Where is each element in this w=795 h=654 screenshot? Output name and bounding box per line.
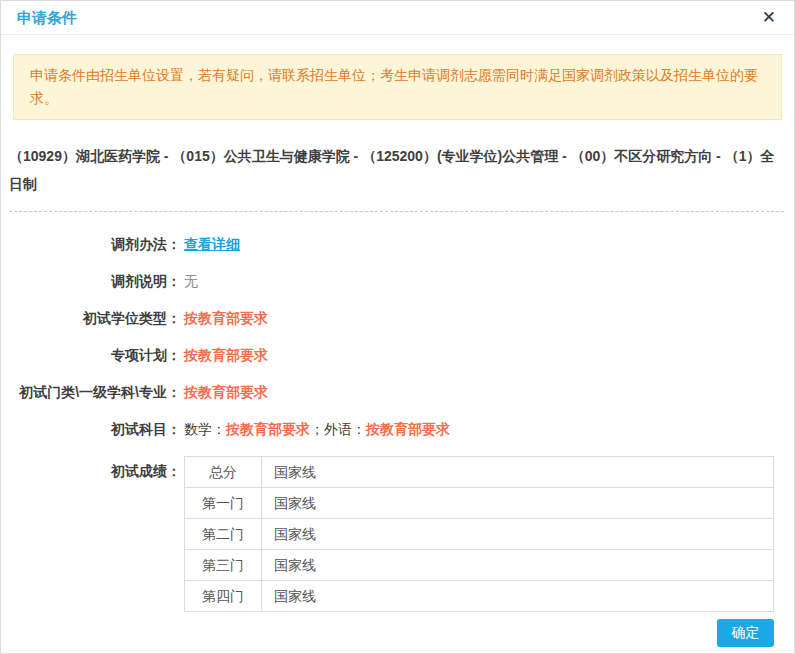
notice-banner: 申请条件由招生单位设置，若有疑问，请联系招生单位；考生申请调剂志愿需同时满足国家… xyxy=(13,54,782,120)
transfer-note-value: 无 xyxy=(181,271,198,291)
math-label: 数学： xyxy=(184,421,226,437)
exam-scores-label: 初试成绩： xyxy=(1,456,181,612)
score-row-name: 第三门 xyxy=(185,550,262,581)
notice-text: 申请条件由招生单位设置，若有疑问，请联系招生单位；考生申请调剂志愿需同时满足国家… xyxy=(30,67,758,106)
special-plan-value: 按教育部要求 xyxy=(181,345,268,365)
transfer-method-label: 调剂办法： xyxy=(1,234,181,254)
score-table: 总分 国家线 第一门 国家线 第二门 国家线 第三门 国家线 第四门 国家线 xyxy=(184,456,774,612)
score-row-value: 国家线 xyxy=(262,488,774,519)
table-row: 第二门 国家线 xyxy=(185,519,774,550)
details-list: 调剂办法： 查看详细 调剂说明： 无 初试学位类型： 按教育部要求 专项计划： … xyxy=(1,234,794,612)
discipline-label: 初试门类\一级学科\专业： xyxy=(1,382,181,402)
score-row-name: 第二门 xyxy=(185,519,262,550)
table-row: 总分 国家线 xyxy=(185,457,774,488)
table-row: 第四门 国家线 xyxy=(185,581,774,612)
score-row-name: 总分 xyxy=(185,457,262,488)
table-row: 第一门 国家线 xyxy=(185,488,774,519)
score-row-value: 国家线 xyxy=(262,457,774,488)
math-value: 按教育部要求 xyxy=(226,421,310,437)
row-discipline: 初试门类\一级学科\专业： 按教育部要求 xyxy=(1,382,794,402)
degree-type-label: 初试学位类型： xyxy=(1,308,181,328)
transfer-note-label: 调剂说明： xyxy=(1,271,181,291)
discipline-value: 按教育部要求 xyxy=(181,382,268,402)
exam-subjects-value: 数学：按教育部要求；外语：按教育部要求 xyxy=(181,419,450,439)
row-degree-type: 初试学位类型： 按教育部要求 xyxy=(1,308,794,328)
modal-title: 申请条件 xyxy=(17,9,77,26)
score-row-name: 第一门 xyxy=(185,488,262,519)
row-exam-subjects: 初试科目： 数学：按教育部要求；外语：按教育部要求 xyxy=(1,419,794,439)
row-special-plan: 专项计划： 按教育部要求 xyxy=(1,345,794,365)
exam-subjects-label: 初试科目： xyxy=(1,419,181,439)
confirm-button[interactable]: 确定 xyxy=(717,619,774,647)
application-conditions-modal: { "modal": { "title": "申请条件", "close_ico… xyxy=(0,0,795,654)
close-icon[interactable]: ✕ xyxy=(762,1,776,34)
modal-header: 申请条件 ✕ xyxy=(1,1,794,35)
score-row-value: 国家线 xyxy=(262,550,774,581)
score-row-name: 第四门 xyxy=(185,581,262,612)
row-transfer-method: 调剂办法： 查看详细 xyxy=(1,234,794,254)
row-transfer-note: 调剂说明： 无 xyxy=(1,271,794,291)
table-row: 第三门 国家线 xyxy=(185,550,774,581)
program-info: （10929）湖北医药学院 - （015）公共卫生与健康学院 - （125200… xyxy=(9,142,784,212)
foreign-value: 按教育部要求 xyxy=(366,421,450,437)
foreign-label: ；外语： xyxy=(310,421,366,437)
view-details-link[interactable]: 查看详细 xyxy=(181,234,240,254)
score-row-value: 国家线 xyxy=(262,519,774,550)
special-plan-label: 专项计划： xyxy=(1,345,181,365)
row-exam-scores: 初试成绩： 总分 国家线 第一门 国家线 第二门 国家线 第三门 国家线 xyxy=(1,456,794,612)
score-row-value: 国家线 xyxy=(262,581,774,612)
degree-type-value: 按教育部要求 xyxy=(181,308,268,328)
